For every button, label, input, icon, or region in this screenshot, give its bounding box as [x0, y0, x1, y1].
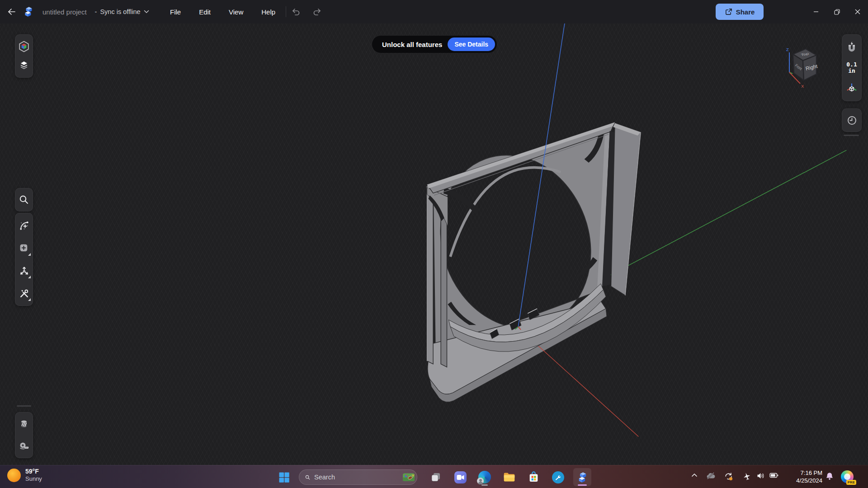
model-hexagon-icon — [18, 41, 30, 52]
undo-button[interactable] — [290, 5, 302, 18]
axis-indicator-icon — [846, 82, 858, 94]
title-bar: untitled project - Sync is offline File … — [0, 0, 868, 23]
windows-logo-icon — [278, 472, 290, 483]
flyout-indicator — [28, 276, 31, 278]
magnet-snap-button[interactable] — [843, 38, 860, 57]
history-button[interactable] — [843, 111, 860, 130]
share-icon — [725, 8, 732, 16]
chat-app-button[interactable] — [451, 468, 469, 486]
unlock-banner: Unlock all features See Details — [372, 36, 497, 53]
history-panel — [842, 108, 862, 132]
zoom-panel — [15, 188, 33, 211]
search-highlight-image[interactable] — [403, 471, 415, 483]
restore-button[interactable] — [826, 0, 847, 23]
edge-profile-avatar — [477, 478, 484, 484]
model-hexagon-icon-button[interactable] — [15, 37, 33, 56]
measure-button[interactable] — [15, 436, 33, 455]
svg-text:Z: Z — [786, 47, 789, 52]
menu-view[interactable]: View — [229, 8, 243, 16]
menu-help[interactable]: Help — [261, 8, 275, 16]
material-icon — [19, 419, 29, 430]
airplane-mode-icon[interactable] — [743, 472, 751, 480]
menu-file[interactable]: File — [170, 8, 181, 16]
scene-panel — [15, 34, 33, 78]
chevron-down-icon — [144, 10, 149, 14]
menu-edit[interactable]: Edit — [199, 8, 211, 16]
search-icon — [305, 474, 310, 481]
finish-panel — [15, 412, 33, 458]
insert-plus-icon — [19, 243, 30, 254]
get-help-button[interactable] — [549, 468, 567, 486]
onedrive-offline-icon[interactable] — [706, 472, 715, 479]
insert-shape-button[interactable] — [15, 239, 33, 258]
start-button[interactable] — [275, 468, 293, 486]
move-transform-button[interactable] — [15, 261, 33, 280]
menu-bar: File Edit View Help — [170, 0, 275, 23]
edge-icon — [478, 471, 491, 483]
chat-icon — [454, 471, 467, 483]
sketch-button[interactable] — [15, 216, 33, 235]
axis-x-line — [538, 346, 638, 437]
tools-icon — [19, 288, 30, 299]
close-button[interactable] — [847, 0, 868, 23]
copilot-button[interactable]: PRE — [841, 470, 854, 483]
copilot-preview-badge: PRE — [846, 480, 856, 485]
task-view-button[interactable] — [427, 468, 445, 486]
taskbar-search[interactable] — [299, 469, 417, 485]
3d-builder-app-button[interactable] — [573, 468, 591, 486]
search-input[interactable] — [314, 474, 399, 481]
file-explorer-button[interactable] — [500, 468, 518, 486]
wrench-tool-icon — [552, 471, 564, 483]
tray-date: 4/25/2024 — [788, 477, 822, 484]
app-logo-icon — [23, 6, 34, 18]
back-button[interactable] — [5, 5, 18, 18]
layers-icon — [19, 60, 29, 71]
notification-bell-icon[interactable] — [826, 472, 834, 480]
tools-panel — [15, 213, 33, 306]
history-icon — [846, 115, 858, 126]
snap-value[interactable]: 0.1 in — [846, 59, 857, 77]
edit-tools-button[interactable] — [15, 284, 33, 303]
clock-widget[interactable]: 7:16 PM 4/25/2024 — [788, 469, 822, 484]
search-icon — [19, 194, 29, 205]
file-explorer-icon — [503, 472, 515, 483]
axis-y-line — [601, 150, 847, 280]
microsoft-store-icon — [528, 471, 539, 483]
hidden-icons-chevron[interactable] — [691, 472, 698, 478]
weather-widget[interactable]: 59°F Sunny — [7, 468, 42, 483]
share-button[interactable]: Share — [716, 4, 764, 20]
axis-indicator-button[interactable] — [843, 79, 860, 98]
unlock-banner-text: Unlock all features — [382, 41, 442, 48]
snap-panel: 0.1 in — [842, 34, 862, 101]
minimize-button[interactable] — [806, 0, 826, 23]
sync-status-label: Sync is offline — [100, 8, 140, 15]
active-app-indicator — [578, 484, 587, 486]
windows-taskbar: 59°F Sunny — [0, 465, 868, 488]
view-cube[interactable]: Top Front Right Z X — [780, 45, 822, 89]
see-details-button[interactable]: See Details — [448, 38, 495, 51]
layers-button[interactable] — [15, 56, 33, 75]
3d-viewport[interactable]: Unlock all features See Details — [0, 23, 868, 465]
move-arrows-icon — [19, 265, 30, 277]
left-divider — [17, 405, 31, 407]
search-zoom-button[interactable] — [15, 190, 33, 209]
sync-separator: - — [95, 8, 97, 15]
microsoft-store-button[interactable] — [524, 468, 542, 486]
material-button[interactable] — [15, 415, 33, 434]
redo-button[interactable] — [311, 5, 323, 18]
project-title: untitled project — [42, 8, 87, 16]
share-label: Share — [736, 8, 755, 16]
weather-condition: Sunny — [25, 475, 42, 483]
edge-running-indicator — [481, 484, 488, 486]
edge-browser-button[interactable] — [476, 468, 494, 486]
sync-pending-icon[interactable] — [724, 472, 733, 481]
titlebar-divider — [286, 6, 286, 17]
tray-time: 7:16 PM — [788, 469, 822, 477]
battery-icon[interactable] — [769, 472, 778, 479]
volume-icon[interactable] — [757, 472, 765, 479]
measure-tape-icon — [19, 441, 29, 451]
model-canvas — [0, 23, 868, 465]
sync-status-dropdown[interactable]: - Sync is offline — [95, 8, 149, 15]
weather-temperature: 59°F — [25, 468, 42, 475]
flyout-indicator — [28, 298, 31, 301]
